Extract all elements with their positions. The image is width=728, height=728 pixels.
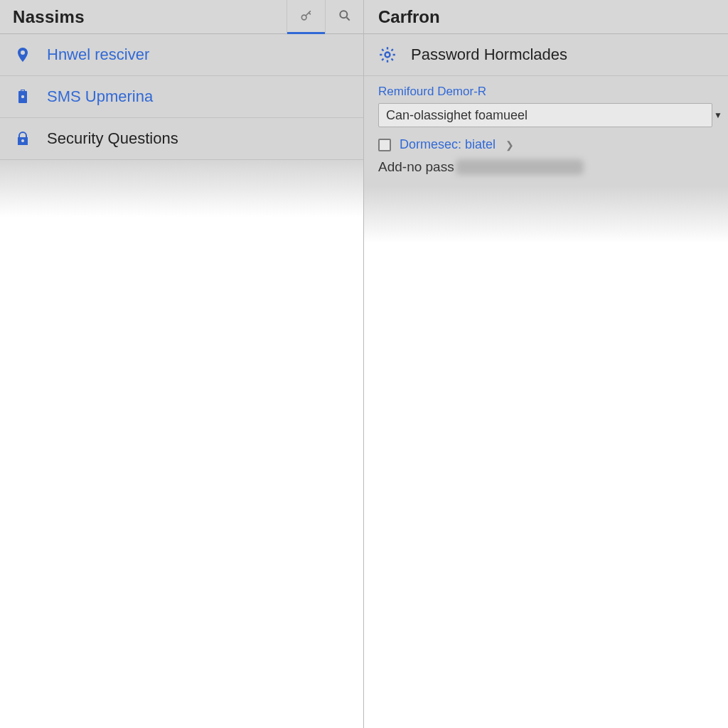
select-wrap[interactable]: Can-olassighet foamueel ▼: [378, 103, 712, 127]
left-pane-title: Nassims: [0, 7, 287, 27]
list-item[interactable]: Security Questions: [0, 118, 363, 160]
section-header: Password Hormclades: [364, 34, 728, 76]
list-item[interactable]: SMS Upmerina: [0, 76, 363, 118]
form-area: Remifourd Demor-R Can-olassighet foamuee…: [364, 76, 728, 186]
left-header: Nassims: [0, 0, 363, 34]
field-label: Remifourd Demor-R: [378, 85, 714, 99]
pin-icon: [14, 46, 31, 63]
checkbox-label: Dormesec: biatel: [400, 137, 496, 152]
svg-point-0: [301, 15, 306, 20]
list-item-label: Security Questions: [47, 129, 178, 148]
gear-icon: [378, 46, 397, 64]
svg-point-1: [340, 11, 347, 18]
chevron-right-icon: ❯: [505, 139, 514, 151]
right-header: Carfron: [364, 0, 728, 34]
search-icon: [338, 9, 352, 26]
list-item[interactable]: Hnwel resciver: [0, 34, 363, 76]
svg-point-2: [21, 95, 24, 98]
section-title: Password Hormclades: [411, 46, 567, 64]
left-fade: [0, 160, 363, 217]
right-fade: [364, 186, 728, 243]
svg-point-4: [385, 53, 390, 58]
add-no-pass-row: Add-no pass: [378, 159, 714, 175]
redacted-text: [456, 159, 584, 175]
chevron-down-icon: ▼: [714, 110, 722, 120]
svg-point-3: [21, 139, 23, 141]
key-tab-button[interactable]: [287, 0, 325, 33]
add-no-pass-label: Add-no pass: [378, 159, 454, 175]
select-value[interactable]: Can-olassighet foamueel: [378, 103, 712, 127]
list-item-label: SMS Upmerina: [47, 87, 153, 106]
key-icon: [299, 9, 314, 26]
list-item-label: Hnwel resciver: [47, 46, 149, 64]
clipboard-icon: [14, 88, 31, 105]
checkbox[interactable]: [378, 139, 391, 151]
search-tab-button[interactable]: [325, 0, 363, 33]
checkbox-row[interactable]: Dormesec: biatel ❯: [378, 137, 714, 152]
lock-icon: [14, 130, 31, 147]
right-pane-title: Carfron: [378, 7, 440, 27]
